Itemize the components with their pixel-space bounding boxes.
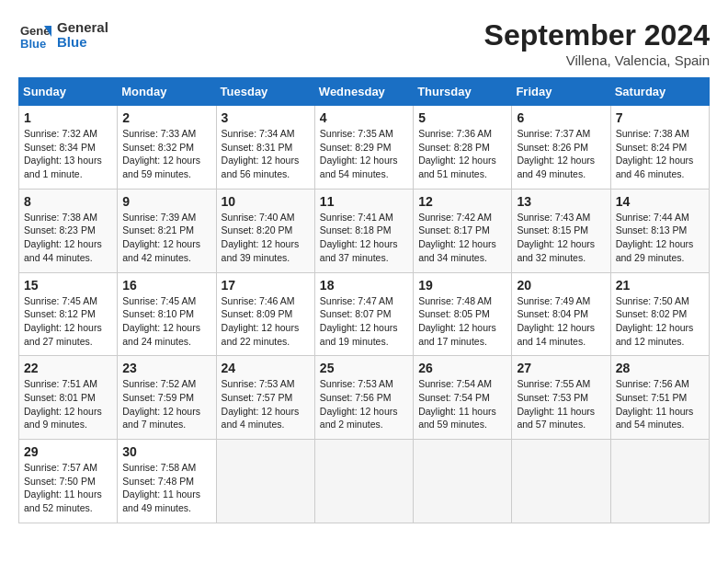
calendar-cell: 26Sunrise: 7:54 AMSunset: 7:54 PMDayligh… [414, 356, 512, 440]
calendar-cell: 7Sunrise: 7:38 AMSunset: 8:24 PMDaylight… [610, 106, 709, 190]
day-number: 23 [122, 361, 210, 375]
day-number: 24 [222, 361, 310, 375]
calendar-cell: 20Sunrise: 7:49 AMSunset: 8:04 PMDayligh… [512, 272, 610, 356]
cell-content: Sunrise: 7:45 AMSunset: 8:12 PMDaylight:… [24, 294, 112, 349]
calendar-cell: 28Sunrise: 7:56 AMSunset: 7:51 PMDayligh… [610, 356, 709, 440]
calendar-table: SundayMondayTuesdayWednesdayThursdayFrid… [18, 77, 710, 523]
calendar-cell: 3Sunrise: 7:34 AMSunset: 8:31 PMDaylight… [216, 106, 314, 190]
day-number: 4 [320, 110, 408, 125]
calendar-cell [314, 440, 413, 523]
cell-content: Sunrise: 7:34 AMSunset: 8:31 PMDaylight:… [222, 127, 310, 181]
logo-line2: Blue [57, 35, 108, 51]
month-title: September 2024 [484, 18, 710, 52]
calendar-cell: 30Sunrise: 7:58 AMSunset: 7:48 PMDayligh… [118, 440, 216, 523]
day-number: 14 [616, 194, 704, 209]
day-number: 15 [24, 278, 112, 293]
day-number: 22 [24, 361, 112, 375]
day-number: 9 [122, 194, 210, 209]
calendar-cell [512, 440, 610, 523]
calendar-cell: 19Sunrise: 7:48 AMSunset: 8:05 PMDayligh… [414, 272, 512, 356]
calendar-cell: 24Sunrise: 7:53 AMSunset: 7:57 PMDayligh… [216, 356, 314, 440]
calendar-cell: 18Sunrise: 7:47 AMSunset: 8:07 PMDayligh… [314, 272, 413, 356]
weekday-header: Sunday [19, 78, 118, 106]
day-number: 29 [24, 444, 112, 459]
title-block: September 2024 Villena, Valencia, Spain [484, 18, 710, 68]
cell-content: Sunrise: 7:35 AMSunset: 8:29 PMDaylight:… [320, 127, 408, 181]
cell-content: Sunrise: 7:39 AMSunset: 8:21 PMDaylight:… [122, 211, 210, 265]
day-number: 12 [418, 194, 506, 209]
calendar-cell [216, 440, 314, 523]
calendar-cell: 12Sunrise: 7:42 AMSunset: 8:17 PMDayligh… [414, 189, 512, 272]
calendar-cell: 14Sunrise: 7:44 AMSunset: 8:13 PMDayligh… [610, 189, 709, 272]
weekday-header: Thursday [414, 78, 512, 106]
cell-content: Sunrise: 7:38 AMSunset: 8:24 PMDaylight:… [616, 127, 704, 181]
cell-content: Sunrise: 7:40 AMSunset: 8:20 PMDaylight:… [222, 211, 310, 265]
cell-content: Sunrise: 7:44 AMSunset: 8:13 PMDaylight:… [616, 211, 704, 265]
weekday-header: Tuesday [216, 78, 314, 106]
calendar-cell: 23Sunrise: 7:52 AMSunset: 7:59 PMDayligh… [118, 356, 216, 440]
cell-content: Sunrise: 7:54 AMSunset: 7:54 PMDaylight:… [418, 377, 506, 431]
page-header: General Blue General Blue September 2024… [18, 18, 710, 68]
calendar-cell: 13Sunrise: 7:43 AMSunset: 8:15 PMDayligh… [512, 189, 610, 272]
cell-content: Sunrise: 7:52 AMSunset: 7:59 PMDaylight:… [122, 377, 210, 431]
day-number: 10 [222, 194, 310, 209]
weekday-header: Wednesday [314, 78, 413, 106]
calendar-cell: 4Sunrise: 7:35 AMSunset: 8:29 PMDaylight… [314, 106, 413, 190]
day-number: 3 [222, 110, 310, 125]
calendar-week-row: 8Sunrise: 7:38 AMSunset: 8:23 PMDaylight… [19, 189, 710, 272]
cell-content: Sunrise: 7:47 AMSunset: 8:07 PMDaylight:… [320, 294, 408, 349]
day-number: 8 [24, 194, 112, 209]
logo: General Blue General Blue [18, 18, 108, 52]
cell-content: Sunrise: 7:38 AMSunset: 8:23 PMDaylight:… [24, 211, 112, 265]
day-number: 17 [222, 278, 310, 293]
calendar-cell: 22Sunrise: 7:51 AMSunset: 8:01 PMDayligh… [19, 356, 118, 440]
cell-content: Sunrise: 7:37 AMSunset: 8:26 PMDaylight:… [517, 127, 605, 181]
calendar-cell: 21Sunrise: 7:50 AMSunset: 8:02 PMDayligh… [610, 272, 709, 356]
cell-content: Sunrise: 7:56 AMSunset: 7:51 PMDaylight:… [616, 377, 704, 431]
day-number: 6 [517, 110, 605, 125]
calendar-week-row: 1Sunrise: 7:32 AMSunset: 8:34 PMDaylight… [19, 106, 710, 190]
logo-line1: General [57, 20, 108, 36]
day-number: 26 [418, 361, 506, 375]
day-number: 5 [418, 110, 506, 125]
calendar-cell: 25Sunrise: 7:53 AMSunset: 7:56 PMDayligh… [314, 356, 413, 440]
svg-text:Blue: Blue [20, 37, 46, 51]
calendar-cell: 15Sunrise: 7:45 AMSunset: 8:12 PMDayligh… [19, 272, 118, 356]
calendar-week-row: 29Sunrise: 7:57 AMSunset: 7:50 PMDayligh… [19, 440, 710, 523]
day-number: 13 [517, 194, 605, 209]
weekday-header: Saturday [610, 78, 709, 106]
cell-content: Sunrise: 7:33 AMSunset: 8:32 PMDaylight:… [122, 127, 210, 181]
calendar-cell: 11Sunrise: 7:41 AMSunset: 8:18 PMDayligh… [314, 189, 413, 272]
calendar-week-row: 22Sunrise: 7:51 AMSunset: 8:01 PMDayligh… [19, 356, 710, 440]
calendar-cell: 10Sunrise: 7:40 AMSunset: 8:20 PMDayligh… [216, 189, 314, 272]
day-number: 25 [320, 361, 408, 375]
weekday-header: Friday [512, 78, 610, 106]
cell-content: Sunrise: 7:51 AMSunset: 8:01 PMDaylight:… [24, 377, 112, 431]
cell-content: Sunrise: 7:36 AMSunset: 8:28 PMDaylight:… [418, 127, 506, 181]
day-number: 28 [616, 361, 704, 375]
calendar-cell: 9Sunrise: 7:39 AMSunset: 8:21 PMDaylight… [118, 189, 216, 272]
cell-content: Sunrise: 7:50 AMSunset: 8:02 PMDaylight:… [616, 294, 704, 349]
day-number: 27 [517, 361, 605, 375]
cell-content: Sunrise: 7:48 AMSunset: 8:05 PMDaylight:… [418, 294, 506, 349]
cell-content: Sunrise: 7:42 AMSunset: 8:17 PMDaylight:… [418, 211, 506, 265]
cell-content: Sunrise: 7:49 AMSunset: 8:04 PMDaylight:… [517, 294, 605, 349]
cell-content: Sunrise: 7:58 AMSunset: 7:48 PMDaylight:… [122, 461, 210, 515]
calendar-cell: 27Sunrise: 7:55 AMSunset: 7:53 PMDayligh… [512, 356, 610, 440]
calendar-header-row: SundayMondayTuesdayWednesdayThursdayFrid… [19, 78, 710, 106]
calendar-cell: 29Sunrise: 7:57 AMSunset: 7:50 PMDayligh… [19, 440, 118, 523]
calendar-cell: 6Sunrise: 7:37 AMSunset: 8:26 PMDaylight… [512, 106, 610, 190]
day-number: 21 [616, 278, 704, 293]
calendar-cell: 17Sunrise: 7:46 AMSunset: 8:09 PMDayligh… [216, 272, 314, 356]
day-number: 18 [320, 278, 408, 293]
cell-content: Sunrise: 7:45 AMSunset: 8:10 PMDaylight:… [122, 294, 210, 349]
calendar-cell: 5Sunrise: 7:36 AMSunset: 8:28 PMDaylight… [414, 106, 512, 190]
calendar-cell: 16Sunrise: 7:45 AMSunset: 8:10 PMDayligh… [118, 272, 216, 356]
day-number: 30 [122, 444, 210, 459]
cell-content: Sunrise: 7:57 AMSunset: 7:50 PMDaylight:… [24, 461, 112, 515]
cell-content: Sunrise: 7:41 AMSunset: 8:18 PMDaylight:… [320, 211, 408, 265]
day-number: 11 [320, 194, 408, 209]
calendar-cell: 1Sunrise: 7:32 AMSunset: 8:34 PMDaylight… [19, 106, 118, 190]
cell-content: Sunrise: 7:53 AMSunset: 7:56 PMDaylight:… [320, 377, 408, 431]
cell-content: Sunrise: 7:32 AMSunset: 8:34 PMDaylight:… [24, 127, 112, 181]
